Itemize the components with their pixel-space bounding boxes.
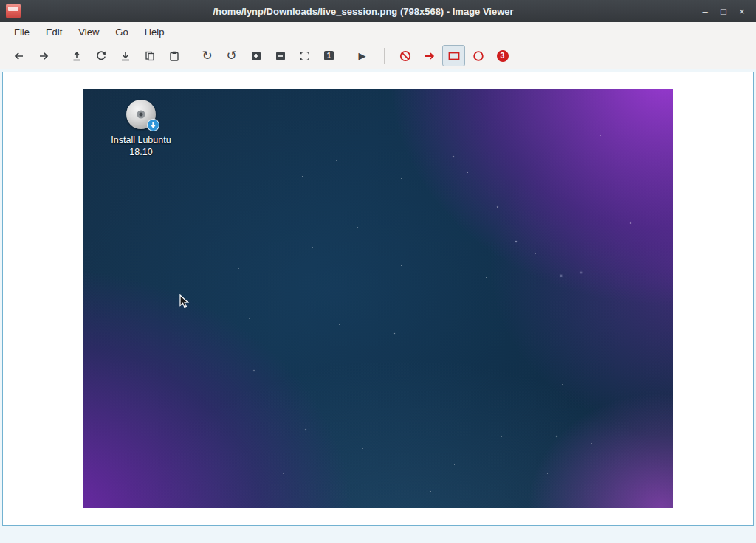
one-box-icon: 1	[324, 51, 334, 60]
window-title: /home/lynp/Downloads/live_session.png (7…	[44, 6, 682, 17]
fit-icon	[299, 50, 311, 62]
window-controls: – □ ×	[697, 3, 750, 19]
desktop-icon-label: Install Lubuntu 18.10	[95, 134, 187, 158]
zoom-in-button[interactable]	[244, 45, 267, 66]
rotate-ccw-icon: ↺	[226, 49, 236, 62]
stars-glow-layer	[83, 89, 85, 91]
download-badge-icon	[147, 119, 159, 131]
maximize-button[interactable]: □	[715, 3, 732, 19]
reload-button[interactable]	[89, 45, 112, 66]
minimize-button[interactable]: –	[697, 3, 713, 19]
displayed-image[interactable]: Install Lubuntu 18.10	[83, 89, 673, 508]
image-viewer-window: /home/lynp/Downloads/live_session.png (7…	[0, 0, 756, 543]
zoom-out-button[interactable]	[269, 45, 292, 66]
arrow-right-icon	[38, 50, 49, 62]
menu-file[interactable]: File	[6, 24, 38, 41]
draw-circle-button[interactable]	[467, 45, 489, 66]
numbered-circle-icon: 3	[497, 50, 509, 62]
app-icon	[6, 4, 21, 18]
content-area: Install Lubuntu 18.10	[0, 69, 756, 543]
image-viewport[interactable]: Install Lubuntu 18.10	[2, 72, 754, 526]
red-rectangle-icon	[447, 49, 461, 63]
play-icon: ▶	[359, 51, 366, 60]
toolbar: ↻ ↺ 1 ▶	[0, 42, 756, 69]
draw-rectangle-button[interactable]	[442, 45, 465, 66]
menu-view[interactable]: View	[70, 24, 107, 41]
no-annotation-button[interactable]	[394, 45, 416, 66]
copy-icon	[144, 50, 156, 62]
install-lubuntu-desktop-icon: Install Lubuntu 18.10	[95, 100, 187, 158]
upload-button[interactable]	[65, 45, 88, 66]
paste-icon	[168, 50, 180, 62]
zoom-in-icon	[250, 50, 262, 62]
red-arrow-icon	[423, 49, 436, 63]
no-entry-icon	[399, 49, 412, 63]
red-circle-icon	[472, 49, 485, 63]
next-button[interactable]	[32, 45, 55, 66]
desktop-icon-label-line1: Install Lubuntu	[95, 134, 187, 146]
download-icon	[120, 50, 131, 62]
draw-arrow-button[interactable]	[418, 45, 441, 66]
copy-button[interactable]	[138, 45, 161, 66]
menu-go[interactable]: Go	[107, 24, 136, 41]
rotate-cw-icon: ↻	[202, 49, 212, 62]
menu-edit[interactable]: Edit	[38, 24, 70, 41]
menubar: File Edit View Go Help	[0, 22, 756, 42]
rotate-clockwise-button[interactable]: ↻	[196, 45, 219, 66]
toolbar-separator	[384, 48, 385, 64]
desktop-icon-label-line2: 18.10	[95, 146, 187, 158]
mouse-cursor-icon	[179, 294, 190, 310]
disc-hole	[137, 111, 145, 119]
draw-number-button[interactable]: 3	[491, 45, 514, 66]
menu-help[interactable]: Help	[137, 24, 173, 41]
close-button[interactable]: ×	[734, 3, 750, 19]
titlebar[interactable]: /home/lynp/Downloads/live_session.png (7…	[0, 0, 756, 22]
arrow-left-icon	[13, 50, 25, 62]
zoom-out-icon	[275, 50, 286, 62]
previous-button[interactable]	[7, 45, 30, 66]
rotate-counterclockwise-button[interactable]: ↺	[220, 45, 243, 66]
slideshow-button[interactable]: ▶	[351, 45, 374, 66]
cd-disc-icon	[126, 100, 156, 129]
arrow-up-from-line-icon	[71, 50, 83, 62]
save-button[interactable]	[114, 45, 137, 66]
original-size-button[interactable]: 1	[317, 45, 340, 66]
paste-button[interactable]	[162, 45, 185, 66]
fit-window-button[interactable]	[293, 45, 316, 66]
refresh-icon	[95, 50, 107, 62]
